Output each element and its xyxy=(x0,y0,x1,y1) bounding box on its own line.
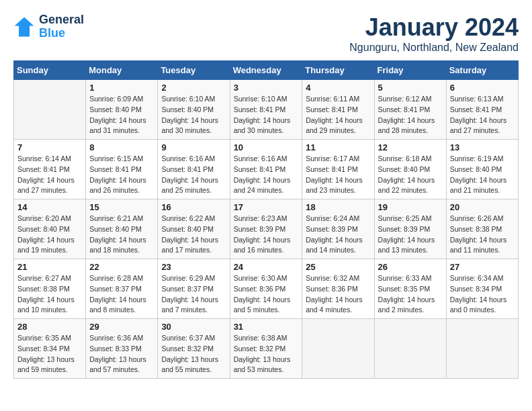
day-number: 12 xyxy=(378,142,443,152)
day-info: Sunrise: 6:23 AM Sunset: 8:39 PM Dayligh… xyxy=(234,214,299,256)
day-info: Sunrise: 6:09 AM Sunset: 8:40 PM Dayligh… xyxy=(89,94,154,136)
calendar-cell xyxy=(302,319,374,379)
calendar-week-2: 7Sunrise: 6:14 AM Sunset: 8:41 PM Daylig… xyxy=(14,140,519,199)
calendar-cell: 20Sunrise: 6:26 AM Sunset: 8:38 PM Dayli… xyxy=(446,199,518,259)
calendar-cell xyxy=(374,319,446,379)
calendar-title: January 2024 xyxy=(349,13,519,42)
day-info: Sunrise: 6:32 AM Sunset: 8:36 PM Dayligh… xyxy=(306,273,370,316)
day-number: 25 xyxy=(306,262,370,272)
column-header-monday: Monday xyxy=(86,61,158,80)
day-info: Sunrise: 6:10 AM Sunset: 8:41 PM Dayligh… xyxy=(234,94,299,136)
day-number: 15 xyxy=(89,202,154,212)
day-info: Sunrise: 6:15 AM Sunset: 8:41 PM Dayligh… xyxy=(89,154,154,196)
day-info: Sunrise: 6:21 AM Sunset: 8:40 PM Dayligh… xyxy=(89,214,154,256)
svg-marker-0 xyxy=(15,17,34,36)
calendar-cell: 5Sunrise: 6:12 AM Sunset: 8:41 PM Daylig… xyxy=(374,80,446,140)
day-info: Sunrise: 6:16 AM Sunset: 8:41 PM Dayligh… xyxy=(234,154,299,196)
day-number: 21 xyxy=(17,262,82,272)
day-number: 29 xyxy=(89,322,154,332)
calendar-cell: 2Sunrise: 6:10 AM Sunset: 8:40 PM Daylig… xyxy=(158,80,230,140)
day-number: 16 xyxy=(161,202,226,212)
column-header-saturday: Saturday xyxy=(446,61,518,80)
day-info: Sunrise: 6:11 AM Sunset: 8:41 PM Dayligh… xyxy=(306,94,370,136)
day-info: Sunrise: 6:17 AM Sunset: 8:41 PM Dayligh… xyxy=(306,154,370,196)
day-info: Sunrise: 6:12 AM Sunset: 8:41 PM Dayligh… xyxy=(378,94,443,136)
calendar-cell: 1Sunrise: 6:09 AM Sunset: 8:40 PM Daylig… xyxy=(86,80,158,140)
column-header-thursday: Thursday xyxy=(302,61,374,80)
day-number: 18 xyxy=(306,202,370,212)
day-number: 13 xyxy=(450,142,515,152)
day-info: Sunrise: 6:20 AM Sunset: 8:40 PM Dayligh… xyxy=(17,214,82,256)
calendar-week-3: 14Sunrise: 6:20 AM Sunset: 8:40 PM Dayli… xyxy=(14,199,519,259)
day-number: 10 xyxy=(234,142,299,152)
calendar-cell: 29Sunrise: 6:36 AM Sunset: 8:33 PM Dayli… xyxy=(86,319,158,379)
calendar-cell: 8Sunrise: 6:15 AM Sunset: 8:41 PM Daylig… xyxy=(86,140,158,199)
calendar-cell: 9Sunrise: 6:16 AM Sunset: 8:41 PM Daylig… xyxy=(158,140,230,199)
page-header: General Blue January 2024 Ngunguru, Nort… xyxy=(13,13,519,54)
calendar-header-row: SundayMondayTuesdayWednesdayThursdayFrid… xyxy=(14,61,519,80)
day-number: 28 xyxy=(17,322,82,332)
calendar-cell xyxy=(446,319,518,379)
logo-icon xyxy=(13,16,35,38)
day-info: Sunrise: 6:24 AM Sunset: 8:39 PM Dayligh… xyxy=(306,214,370,256)
calendar-cell: 30Sunrise: 6:37 AM Sunset: 8:32 PM Dayli… xyxy=(158,319,230,379)
column-header-wednesday: Wednesday xyxy=(230,61,302,80)
day-info: Sunrise: 6:14 AM Sunset: 8:41 PM Dayligh… xyxy=(17,154,82,196)
day-number: 14 xyxy=(17,202,82,212)
day-number: 6 xyxy=(450,83,515,93)
day-info: Sunrise: 6:33 AM Sunset: 8:35 PM Dayligh… xyxy=(378,273,443,316)
calendar-cell: 18Sunrise: 6:24 AM Sunset: 8:39 PM Dayli… xyxy=(302,199,374,259)
day-number: 26 xyxy=(378,262,443,272)
calendar-cell: 26Sunrise: 6:33 AM Sunset: 8:35 PM Dayli… xyxy=(374,259,446,319)
day-info: Sunrise: 6:37 AM Sunset: 8:32 PM Dayligh… xyxy=(161,333,226,375)
calendar-cell: 21Sunrise: 6:27 AM Sunset: 8:38 PM Dayli… xyxy=(14,259,86,319)
day-info: Sunrise: 6:18 AM Sunset: 8:40 PM Dayligh… xyxy=(378,154,443,196)
calendar-cell: 11Sunrise: 6:17 AM Sunset: 8:41 PM Dayli… xyxy=(302,140,374,199)
column-header-sunday: Sunday xyxy=(14,61,86,80)
calendar-cell: 13Sunrise: 6:19 AM Sunset: 8:40 PM Dayli… xyxy=(446,140,518,199)
calendar-week-5: 28Sunrise: 6:35 AM Sunset: 8:34 PM Dayli… xyxy=(14,319,519,379)
day-number: 27 xyxy=(450,262,515,272)
day-number: 4 xyxy=(306,83,370,93)
day-number: 9 xyxy=(161,142,226,152)
calendar-cell: 17Sunrise: 6:23 AM Sunset: 8:39 PM Dayli… xyxy=(230,199,302,259)
calendar-body: 1Sunrise: 6:09 AM Sunset: 8:40 PM Daylig… xyxy=(14,80,519,379)
calendar-cell: 3Sunrise: 6:10 AM Sunset: 8:41 PM Daylig… xyxy=(230,80,302,140)
calendar-cell: 22Sunrise: 6:28 AM Sunset: 8:37 PM Dayli… xyxy=(86,259,158,319)
day-info: Sunrise: 6:34 AM Sunset: 8:34 PM Dayligh… xyxy=(450,273,515,316)
day-number: 1 xyxy=(89,83,154,93)
day-info: Sunrise: 6:27 AM Sunset: 8:38 PM Dayligh… xyxy=(17,273,82,316)
calendar-cell: 23Sunrise: 6:29 AM Sunset: 8:37 PM Dayli… xyxy=(158,259,230,319)
day-info: Sunrise: 6:36 AM Sunset: 8:33 PM Dayligh… xyxy=(89,333,154,375)
calendar-cell: 28Sunrise: 6:35 AM Sunset: 8:34 PM Dayli… xyxy=(14,319,86,379)
title-block: January 2024 Ngunguru, Northland, New Ze… xyxy=(349,13,519,54)
day-number: 17 xyxy=(234,202,299,212)
calendar-cell: 31Sunrise: 6:38 AM Sunset: 8:32 PM Dayli… xyxy=(230,319,302,379)
calendar-cell: 7Sunrise: 6:14 AM Sunset: 8:41 PM Daylig… xyxy=(14,140,86,199)
day-info: Sunrise: 6:19 AM Sunset: 8:40 PM Dayligh… xyxy=(450,154,515,196)
column-header-friday: Friday xyxy=(374,61,446,80)
calendar-cell: 27Sunrise: 6:34 AM Sunset: 8:34 PM Dayli… xyxy=(446,259,518,319)
day-number: 23 xyxy=(161,262,226,272)
calendar-cell: 24Sunrise: 6:30 AM Sunset: 8:36 PM Dayli… xyxy=(230,259,302,319)
calendar-table: SundayMondayTuesdayWednesdayThursdayFrid… xyxy=(13,60,519,379)
calendar-cell: 19Sunrise: 6:25 AM Sunset: 8:39 PM Dayli… xyxy=(374,199,446,259)
column-header-tuesday: Tuesday xyxy=(158,61,230,80)
day-info: Sunrise: 6:29 AM Sunset: 8:37 PM Dayligh… xyxy=(161,273,226,316)
day-number: 5 xyxy=(378,83,443,93)
day-info: Sunrise: 6:38 AM Sunset: 8:32 PM Dayligh… xyxy=(234,333,299,375)
day-number: 24 xyxy=(234,262,299,272)
day-number: 2 xyxy=(161,83,226,93)
day-info: Sunrise: 6:22 AM Sunset: 8:40 PM Dayligh… xyxy=(161,214,226,256)
day-info: Sunrise: 6:26 AM Sunset: 8:38 PM Dayligh… xyxy=(450,214,515,256)
day-info: Sunrise: 6:13 AM Sunset: 8:41 PM Dayligh… xyxy=(450,94,515,136)
day-number: 22 xyxy=(89,262,154,272)
calendar-week-4: 21Sunrise: 6:27 AM Sunset: 8:38 PM Dayli… xyxy=(14,259,519,319)
logo: General Blue xyxy=(13,13,84,40)
day-info: Sunrise: 6:30 AM Sunset: 8:36 PM Dayligh… xyxy=(234,273,299,316)
day-info: Sunrise: 6:35 AM Sunset: 8:34 PM Dayligh… xyxy=(17,333,82,375)
logo-text: General Blue xyxy=(39,13,84,40)
calendar-cell: 25Sunrise: 6:32 AM Sunset: 8:36 PM Dayli… xyxy=(302,259,374,319)
day-number: 19 xyxy=(378,202,443,212)
day-number: 3 xyxy=(234,83,299,93)
